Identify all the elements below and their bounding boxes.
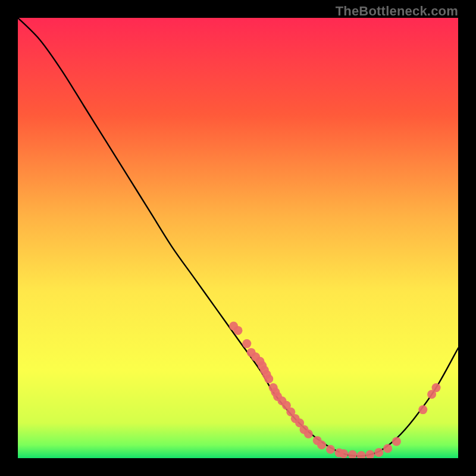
data-point: [317, 440, 326, 449]
data-point: [432, 383, 441, 392]
chart-canvas: [18, 18, 458, 458]
data-point: [264, 374, 273, 383]
data-point: [242, 339, 251, 348]
data-point: [234, 326, 243, 335]
plot-area: [18, 18, 458, 458]
chart-frame: TheBottleneck.com: [0, 0, 476, 476]
data-point: [326, 445, 335, 454]
data-point: [383, 444, 392, 453]
data-point: [392, 437, 401, 446]
data-point: [304, 430, 313, 439]
data-point: [374, 448, 383, 457]
watermark-label: TheBottleneck.com: [336, 4, 458, 19]
data-point: [418, 405, 427, 414]
data-point: [339, 449, 348, 458]
gradient-background: [18, 18, 458, 458]
